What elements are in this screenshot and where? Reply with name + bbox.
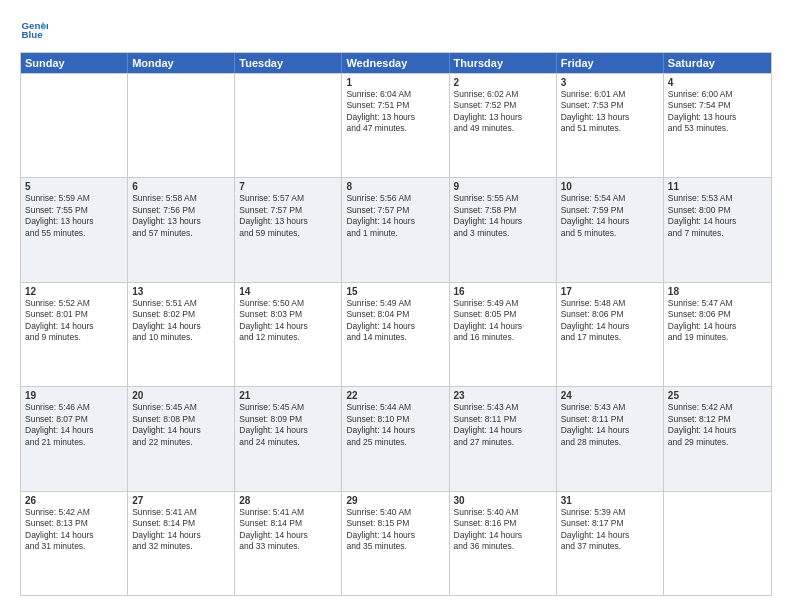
day-info: Sunrise: 6:00 AM Sunset: 7:54 PM Dayligh… [668,89,767,135]
day-cell-8: 8Sunrise: 5:56 AM Sunset: 7:57 PM Daylig… [342,178,449,281]
day-cell-23: 23Sunrise: 5:43 AM Sunset: 8:11 PM Dayli… [450,387,557,490]
day-number: 5 [25,181,123,192]
weekday-header-thursday: Thursday [450,53,557,73]
day-info: Sunrise: 5:50 AM Sunset: 8:03 PM Dayligh… [239,298,337,344]
day-cell-14: 14Sunrise: 5:50 AM Sunset: 8:03 PM Dayli… [235,283,342,386]
day-number: 4 [668,77,767,88]
day-info: Sunrise: 5:43 AM Sunset: 8:11 PM Dayligh… [561,402,659,448]
day-info: Sunrise: 5:43 AM Sunset: 8:11 PM Dayligh… [454,402,552,448]
day-cell-19: 19Sunrise: 5:46 AM Sunset: 8:07 PM Dayli… [21,387,128,490]
day-number: 11 [668,181,767,192]
day-number: 28 [239,495,337,506]
day-cell-29: 29Sunrise: 5:40 AM Sunset: 8:15 PM Dayli… [342,492,449,595]
day-info: Sunrise: 5:41 AM Sunset: 8:14 PM Dayligh… [132,507,230,553]
day-info: Sunrise: 5:48 AM Sunset: 8:06 PM Dayligh… [561,298,659,344]
day-info: Sunrise: 5:49 AM Sunset: 8:05 PM Dayligh… [454,298,552,344]
day-cell-24: 24Sunrise: 5:43 AM Sunset: 8:11 PM Dayli… [557,387,664,490]
weekday-header-sunday: Sunday [21,53,128,73]
day-cell-15: 15Sunrise: 5:49 AM Sunset: 8:04 PM Dayli… [342,283,449,386]
day-info: Sunrise: 5:40 AM Sunset: 8:15 PM Dayligh… [346,507,444,553]
page: General Blue SundayMondayTuesdayWednesda… [0,0,792,612]
weekday-header-wednesday: Wednesday [342,53,449,73]
day-info: Sunrise: 5:42 AM Sunset: 8:13 PM Dayligh… [25,507,123,553]
day-cell-1: 1Sunrise: 6:04 AM Sunset: 7:51 PM Daylig… [342,74,449,177]
day-info: Sunrise: 5:56 AM Sunset: 7:57 PM Dayligh… [346,193,444,239]
day-number: 3 [561,77,659,88]
day-info: Sunrise: 5:54 AM Sunset: 7:59 PM Dayligh… [561,193,659,239]
day-number: 25 [668,390,767,401]
day-cell-18: 18Sunrise: 5:47 AM Sunset: 8:06 PM Dayli… [664,283,771,386]
day-number: 29 [346,495,444,506]
day-info: Sunrise: 5:53 AM Sunset: 8:00 PM Dayligh… [668,193,767,239]
day-info: Sunrise: 5:42 AM Sunset: 8:12 PM Dayligh… [668,402,767,448]
header: General Blue [20,16,772,44]
day-number: 21 [239,390,337,401]
weekday-header-monday: Monday [128,53,235,73]
day-info: Sunrise: 5:59 AM Sunset: 7:55 PM Dayligh… [25,193,123,239]
calendar-header: SundayMondayTuesdayWednesdayThursdayFrid… [21,53,771,73]
day-info: Sunrise: 5:39 AM Sunset: 8:17 PM Dayligh… [561,507,659,553]
day-number: 22 [346,390,444,401]
day-cell-22: 22Sunrise: 5:44 AM Sunset: 8:10 PM Dayli… [342,387,449,490]
day-cell-31: 31Sunrise: 5:39 AM Sunset: 8:17 PM Dayli… [557,492,664,595]
empty-cell [664,492,771,595]
day-info: Sunrise: 5:57 AM Sunset: 7:57 PM Dayligh… [239,193,337,239]
day-cell-16: 16Sunrise: 5:49 AM Sunset: 8:05 PM Dayli… [450,283,557,386]
day-number: 13 [132,286,230,297]
day-cell-11: 11Sunrise: 5:53 AM Sunset: 8:00 PM Dayli… [664,178,771,281]
day-cell-17: 17Sunrise: 5:48 AM Sunset: 8:06 PM Dayli… [557,283,664,386]
day-number: 26 [25,495,123,506]
day-number: 14 [239,286,337,297]
day-info: Sunrise: 5:40 AM Sunset: 8:16 PM Dayligh… [454,507,552,553]
day-cell-4: 4Sunrise: 6:00 AM Sunset: 7:54 PM Daylig… [664,74,771,177]
day-info: Sunrise: 5:58 AM Sunset: 7:56 PM Dayligh… [132,193,230,239]
day-cell-20: 20Sunrise: 5:45 AM Sunset: 8:08 PM Dayli… [128,387,235,490]
calendar-row-4: 19Sunrise: 5:46 AM Sunset: 8:07 PM Dayli… [21,386,771,490]
day-info: Sunrise: 6:04 AM Sunset: 7:51 PM Dayligh… [346,89,444,135]
day-number: 15 [346,286,444,297]
day-info: Sunrise: 5:47 AM Sunset: 8:06 PM Dayligh… [668,298,767,344]
day-number: 20 [132,390,230,401]
day-number: 8 [346,181,444,192]
day-cell-5: 5Sunrise: 5:59 AM Sunset: 7:55 PM Daylig… [21,178,128,281]
calendar-row-3: 12Sunrise: 5:52 AM Sunset: 8:01 PM Dayli… [21,282,771,386]
empty-cell [128,74,235,177]
calendar-body: 1Sunrise: 6:04 AM Sunset: 7:51 PM Daylig… [21,73,771,595]
day-info: Sunrise: 6:02 AM Sunset: 7:52 PM Dayligh… [454,89,552,135]
day-number: 9 [454,181,552,192]
day-number: 6 [132,181,230,192]
calendar-row-2: 5Sunrise: 5:59 AM Sunset: 7:55 PM Daylig… [21,177,771,281]
weekday-header-tuesday: Tuesday [235,53,342,73]
logo: General Blue [20,16,52,44]
day-cell-6: 6Sunrise: 5:58 AM Sunset: 7:56 PM Daylig… [128,178,235,281]
day-cell-2: 2Sunrise: 6:02 AM Sunset: 7:52 PM Daylig… [450,74,557,177]
day-info: Sunrise: 5:45 AM Sunset: 8:09 PM Dayligh… [239,402,337,448]
day-number: 17 [561,286,659,297]
weekday-header-saturday: Saturday [664,53,771,73]
day-number: 7 [239,181,337,192]
day-info: Sunrise: 5:55 AM Sunset: 7:58 PM Dayligh… [454,193,552,239]
day-info: Sunrise: 5:52 AM Sunset: 8:01 PM Dayligh… [25,298,123,344]
day-number: 31 [561,495,659,506]
day-number: 2 [454,77,552,88]
calendar-row-5: 26Sunrise: 5:42 AM Sunset: 8:13 PM Dayli… [21,491,771,595]
day-number: 23 [454,390,552,401]
day-cell-10: 10Sunrise: 5:54 AM Sunset: 7:59 PM Dayli… [557,178,664,281]
day-info: Sunrise: 5:46 AM Sunset: 8:07 PM Dayligh… [25,402,123,448]
day-cell-30: 30Sunrise: 5:40 AM Sunset: 8:16 PM Dayli… [450,492,557,595]
day-number: 19 [25,390,123,401]
svg-text:Blue: Blue [21,29,43,40]
day-info: Sunrise: 5:44 AM Sunset: 8:10 PM Dayligh… [346,402,444,448]
day-info: Sunrise: 5:51 AM Sunset: 8:02 PM Dayligh… [132,298,230,344]
logo-icon: General Blue [20,16,48,44]
calendar-row-1: 1Sunrise: 6:04 AM Sunset: 7:51 PM Daylig… [21,73,771,177]
calendar: SundayMondayTuesdayWednesdayThursdayFrid… [20,52,772,596]
day-number: 18 [668,286,767,297]
empty-cell [235,74,342,177]
day-cell-21: 21Sunrise: 5:45 AM Sunset: 8:09 PM Dayli… [235,387,342,490]
day-cell-12: 12Sunrise: 5:52 AM Sunset: 8:01 PM Dayli… [21,283,128,386]
day-info: Sunrise: 5:49 AM Sunset: 8:04 PM Dayligh… [346,298,444,344]
day-cell-25: 25Sunrise: 5:42 AM Sunset: 8:12 PM Dayli… [664,387,771,490]
day-number: 10 [561,181,659,192]
empty-cell [21,74,128,177]
